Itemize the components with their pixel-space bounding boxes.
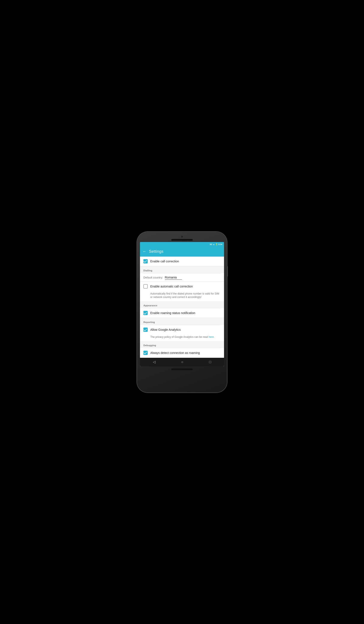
- roaming-notification-label: Enable roaming status notification: [150, 311, 195, 315]
- always-roaming-item[interactable]: Always detect connection as roaming: [140, 348, 224, 358]
- speaker-bottom: [171, 368, 193, 370]
- side-button: [227, 266, 228, 277]
- back-nav-button[interactable]: ◁: [153, 360, 156, 364]
- reporting-section-header: Reporting: [140, 318, 224, 325]
- google-analytics-label: Allow Google Analytics: [150, 328, 181, 331]
- nav-bar: ◁ ○ □: [140, 358, 224, 366]
- app-bar: ← Settings: [140, 247, 224, 257]
- signal-icon: 3G: [210, 243, 212, 245]
- default-country-label: Default country:: [143, 276, 163, 279]
- phone-device: 3G ▲ 🔋 5:34 ← Settings Enable call corre…: [137, 232, 227, 392]
- auto-call-correction-checkbox[interactable]: [143, 284, 148, 288]
- google-analytics-sublabel: The privacy policy of Google Analytics c…: [140, 334, 224, 341]
- appearance-section-header: Appearance: [140, 301, 224, 308]
- enable-call-correction-label: Enable call correction: [150, 260, 179, 263]
- appearance-header-text: Appearance: [143, 304, 157, 307]
- always-roaming-checkbox[interactable]: [143, 351, 148, 355]
- speaker-top: [171, 239, 193, 241]
- default-country-value[interactable]: Romania: [165, 276, 182, 280]
- google-analytics-checkbox[interactable]: [143, 328, 148, 332]
- time-display: 5:34: [218, 243, 222, 245]
- google-analytics-item[interactable]: Allow Google Analytics: [140, 325, 224, 334]
- dialling-header-text: Dialling: [143, 269, 152, 272]
- auto-call-correction-sublabel: Automatically find if the dialed phone n…: [140, 291, 224, 301]
- signal-bars: ▲: [213, 243, 215, 245]
- debugging-section-header: Debugging: [140, 341, 224, 348]
- always-roaming-label: Always detect connection as roaming: [150, 351, 200, 355]
- status-bar: 3G ▲ 🔋 5:34: [140, 242, 224, 247]
- status-icons: 3G ▲ 🔋 5:34: [210, 243, 222, 245]
- auto-call-correction-item[interactable]: Enable automatic call correction: [140, 282, 224, 291]
- front-camera: [181, 235, 183, 238]
- enable-call-correction-item[interactable]: Enable call correction: [140, 257, 224, 266]
- home-nav-button[interactable]: ○: [181, 360, 183, 364]
- debugging-header-text: Debugging: [143, 344, 156, 347]
- enable-call-correction-checkbox[interactable]: [143, 259, 148, 263]
- phone-screen: 3G ▲ 🔋 5:34 ← Settings Enable call corre…: [140, 242, 224, 366]
- back-button[interactable]: ←: [143, 249, 146, 254]
- default-country-field[interactable]: Default country: Romania: [140, 273, 224, 282]
- roaming-notification-item[interactable]: Enable roaming status notification: [140, 308, 224, 318]
- recents-nav-button[interactable]: □: [209, 360, 211, 364]
- reporting-header-text: Reporting: [143, 321, 155, 323]
- phone-bottom: [140, 368, 224, 370]
- roaming-notification-checkbox[interactable]: [143, 311, 148, 315]
- settings-content: Enable call correction Dialling Default …: [140, 257, 224, 358]
- battery-icon: 🔋: [215, 243, 218, 245]
- dialling-section-header: Dialling: [140, 266, 224, 273]
- auto-call-correction-label: Enable automatic call correction: [150, 285, 193, 288]
- page-title: Settings: [149, 249, 163, 254]
- privacy-policy-link[interactable]: here: [208, 336, 214, 338]
